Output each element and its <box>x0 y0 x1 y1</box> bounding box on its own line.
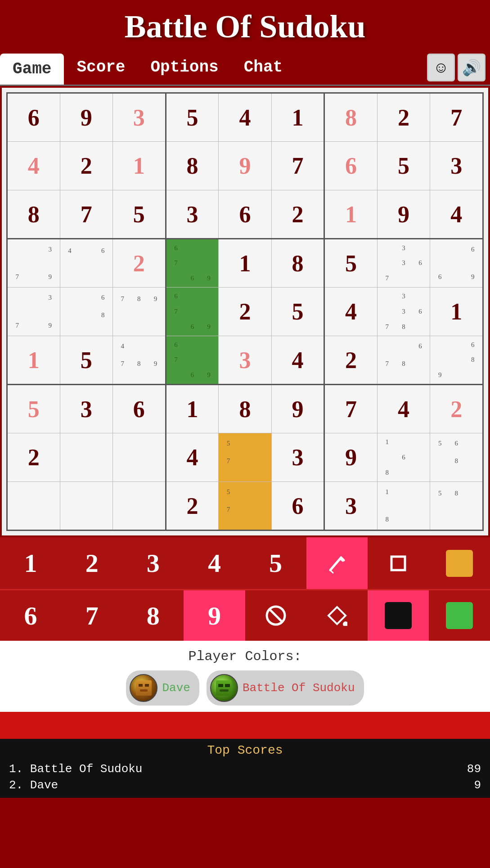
cell-r7c6[interactable]: 9 <box>271 385 324 433</box>
tab-chat[interactable]: Chat <box>231 50 295 85</box>
cell-r2c3[interactable]: 1 <box>113 142 166 190</box>
tab-score[interactable]: Score <box>64 50 138 85</box>
cell-r7c4[interactable]: 1 <box>166 385 219 433</box>
cell-r1c4[interactable]: 5 <box>166 93 219 142</box>
cell-r4c8[interactable]: 3367 <box>377 239 430 288</box>
color-orange-button[interactable] <box>429 537 490 589</box>
digit-7-button[interactable]: 7 <box>61 590 122 641</box>
cell-r9c6[interactable]: 6 <box>271 482 324 531</box>
cell-r8c2[interactable] <box>60 433 113 482</box>
cell-r2c6[interactable]: 7 <box>271 142 324 190</box>
cell-r2c5[interactable]: 9 <box>219 142 272 190</box>
digit-6-button[interactable]: 6 <box>0 590 61 641</box>
cell-r9c3[interactable] <box>113 482 166 531</box>
cell-r5c8[interactable]: 33678 <box>377 288 430 336</box>
cell-r1c3[interactable]: 3 <box>113 93 166 142</box>
digit-5-button[interactable]: 5 <box>245 537 306 589</box>
cell-r6c8[interactable]: 678 <box>377 336 430 385</box>
cell-r1c6[interactable]: 1 <box>271 93 324 142</box>
cell-r7c5[interactable]: 8 <box>219 385 272 433</box>
cell-r4c4[interactable]: 6769 <box>166 239 219 288</box>
cell-r8c7[interactable]: 9 <box>324 433 378 482</box>
cell-r2c8[interactable]: 5 <box>377 142 430 190</box>
color-green-button[interactable] <box>429 590 490 641</box>
cell-r8c9[interactable]: 568 <box>430 433 483 482</box>
cell-r4c7[interactable]: 5 <box>324 239 378 288</box>
cell-r3c1[interactable]: 8 <box>7 190 60 239</box>
cell-r3c4[interactable]: 3 <box>166 190 219 239</box>
cell-r5c6[interactable]: 5 <box>271 288 324 336</box>
color-black-button[interactable] <box>368 590 429 641</box>
cell-r1c9[interactable]: 7 <box>430 93 483 142</box>
digit-4-button[interactable]: 4 <box>184 537 245 589</box>
cell-r8c5[interactable]: 57 <box>219 433 272 482</box>
cell-r9c1[interactable] <box>7 482 60 531</box>
cell-r9c4[interactable]: 2 <box>166 482 219 531</box>
cell-r6c6[interactable]: 4 <box>271 336 324 385</box>
cell-r3c3[interactable]: 5 <box>113 190 166 239</box>
cell-r1c1[interactable]: 6 <box>7 93 60 142</box>
cell-r2c4[interactable]: 8 <box>166 142 219 190</box>
cell-r2c7[interactable]: 6 <box>324 142 378 190</box>
cell-r6c9[interactable]: 689 <box>430 336 483 385</box>
sound-button[interactable]: 🔊 <box>458 54 486 81</box>
cell-r4c6[interactable]: 8 <box>271 239 324 288</box>
cell-r7c9[interactable]: 2 <box>430 385 483 433</box>
cell-r6c7[interactable]: 2 <box>324 336 378 385</box>
cell-r5c9[interactable]: 1 <box>430 288 483 336</box>
cell-r9c2[interactable] <box>60 482 113 531</box>
cell-r5c5[interactable]: 2 <box>219 288 272 336</box>
digit-8-button[interactable]: 8 <box>122 590 184 641</box>
cell-r7c2[interactable]: 3 <box>60 385 113 433</box>
cell-r8c8[interactable]: 168 <box>377 433 430 482</box>
cell-r9c5[interactable]: 57 <box>219 482 272 531</box>
cell-r3c5[interactable]: 6 <box>219 190 272 239</box>
cell-r8c6[interactable]: 3 <box>271 433 324 482</box>
square-tool-button[interactable] <box>368 537 429 589</box>
cell-r4c3[interactable]: 2 <box>113 239 166 288</box>
tab-game[interactable]: Game <box>0 54 64 85</box>
cell-r1c7[interactable]: 8 <box>324 93 378 142</box>
digit-3-button[interactable]: 3 <box>122 537 184 589</box>
cell-r9c8[interactable]: 18 <box>377 482 430 531</box>
diamond-tool-button[interactable] <box>306 590 368 641</box>
cell-r4c9[interactable]: 669 <box>430 239 483 288</box>
cell-r9c9[interactable]: 58 <box>430 482 483 531</box>
cell-r7c1[interactable]: 5 <box>7 385 60 433</box>
cell-r4c5[interactable]: 1 <box>219 239 272 288</box>
cell-r7c3[interactable]: 6 <box>113 385 166 433</box>
cell-r5c2[interactable]: 68 <box>60 288 113 336</box>
erase-tool-button[interactable] <box>245 590 306 641</box>
cell-r9c7[interactable]: 3 <box>324 482 378 531</box>
cell-r3c9[interactable]: 4 <box>430 190 483 239</box>
cell-r8c1[interactable]: 2 <box>7 433 60 482</box>
cell-r6c3[interactable]: 4789 <box>113 336 166 385</box>
cell-r3c7[interactable]: 1 <box>324 190 378 239</box>
digit-2-button[interactable]: 2 <box>61 537 122 589</box>
cell-r5c3[interactable]: 789 <box>113 288 166 336</box>
cell-r2c1[interactable]: 4 <box>7 142 60 190</box>
cell-r7c7[interactable]: 7 <box>324 385 378 433</box>
cell-r5c1[interactable]: 379 <box>7 288 60 336</box>
cell-r1c5[interactable]: 4 <box>219 93 272 142</box>
pencil-tool-button[interactable] <box>306 537 368 589</box>
cell-r6c2[interactable]: 5 <box>60 336 113 385</box>
cell-r8c4[interactable]: 4 <box>166 433 219 482</box>
cell-r5c7[interactable]: 4 <box>324 288 378 336</box>
cell-r6c5[interactable]: 3 <box>219 336 272 385</box>
cell-r3c8[interactable]: 9 <box>377 190 430 239</box>
cell-r2c9[interactable]: 3 <box>430 142 483 190</box>
cell-r2c2[interactable]: 2 <box>60 142 113 190</box>
cell-r3c6[interactable]: 2 <box>271 190 324 239</box>
digit-9-button[interactable]: 9 <box>184 590 245 641</box>
emoji-button[interactable]: ☺ <box>427 54 455 81</box>
cell-r3c2[interactable]: 7 <box>60 190 113 239</box>
cell-r1c2[interactable]: 9 <box>60 93 113 142</box>
tab-options[interactable]: Options <box>138 50 231 85</box>
cell-r4c2[interactable]: 46 <box>60 239 113 288</box>
cell-r6c1[interactable]: 1 <box>7 336 60 385</box>
cell-r8c3[interactable] <box>113 433 166 482</box>
cell-r1c8[interactable]: 2 <box>377 93 430 142</box>
cell-r4c1[interactable]: 379 <box>7 239 60 288</box>
cell-r6c4[interactable]: 6769 <box>166 336 219 385</box>
